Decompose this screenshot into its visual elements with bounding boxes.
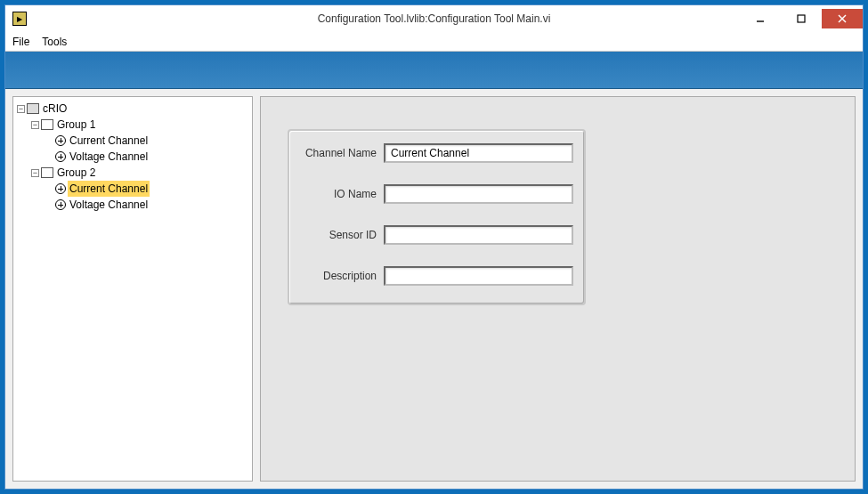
tree-label-group1: Group 1 — [55, 117, 97, 133]
collapse-icon[interactable]: − — [17, 105, 25, 113]
collapse-icon[interactable]: − — [31, 169, 39, 177]
collapse-icon[interactable]: − — [31, 121, 39, 129]
group-icon — [41, 167, 53, 178]
form-panel: Channel Name IO Name Sensor ID Descripti… — [260, 96, 856, 482]
channel-name-label: Channel Name — [300, 147, 384, 159]
svg-rect-1 — [798, 15, 805, 22]
tree-label-g2-current: Current Channel — [68, 181, 150, 197]
channel-icon — [55, 199, 66, 210]
channel-name-input[interactable] — [384, 143, 573, 163]
tree-label-g1-current: Current Channel — [68, 133, 150, 149]
io-name-label: IO Name — [300, 188, 384, 200]
header-banner — [5, 52, 863, 89]
tree-node-crio[interactable]: − cRIO — [17, 101, 248, 117]
tree-node-group2[interactable]: − Group 2 — [31, 165, 248, 181]
tree-label-g2-voltage: Voltage Channel — [68, 197, 150, 213]
menubar: File Tools — [5, 32, 863, 52]
window-controls — [740, 9, 863, 28]
window-title: Configuration Tool.lvlib:Configuration T… — [318, 12, 551, 25]
menu-tools[interactable]: Tools — [42, 36, 67, 48]
tree-node-g1-current[interactable]: Current Channel — [45, 133, 248, 149]
tree-node-group1[interactable]: − Group 1 — [31, 117, 248, 133]
tree-label-crio: cRIO — [41, 101, 69, 117]
close-button[interactable] — [822, 9, 863, 28]
channel-icon — [55, 151, 66, 162]
maximize-button[interactable] — [781, 9, 822, 28]
minimize-button[interactable] — [740, 9, 781, 28]
io-name-input[interactable] — [384, 184, 573, 204]
sensor-id-label: Sensor ID — [300, 229, 384, 241]
menu-file[interactable]: File — [12, 36, 29, 48]
titlebar: ▶ Configuration Tool.lvlib:Configuration… — [5, 5, 863, 32]
content-area: − cRIO − Group 1 — [5, 89, 863, 489]
description-input[interactable] — [384, 266, 573, 286]
channel-icon — [55, 183, 66, 194]
channel-form: Channel Name IO Name Sensor ID Descripti… — [288, 129, 586, 305]
app-window: ▶ Configuration Tool.lvlib:Configuration… — [4, 4, 864, 490]
tree-node-g2-voltage[interactable]: Voltage Channel — [45, 197, 248, 213]
tree-label-g1-voltage: Voltage Channel — [68, 149, 150, 165]
group-icon — [41, 119, 53, 130]
tree-panel: − cRIO − Group 1 — [12, 96, 253, 482]
app-icon: ▶ — [12, 12, 27, 26]
tree-label-group2: Group 2 — [55, 165, 97, 181]
sensor-id-input[interactable] — [384, 225, 573, 245]
tree-node-g1-voltage[interactable]: Voltage Channel — [45, 149, 248, 165]
channel-icon — [55, 135, 66, 146]
tree-node-g2-current[interactable]: Current Channel — [45, 181, 248, 197]
description-label: Description — [300, 270, 384, 282]
crio-icon — [27, 103, 39, 114]
